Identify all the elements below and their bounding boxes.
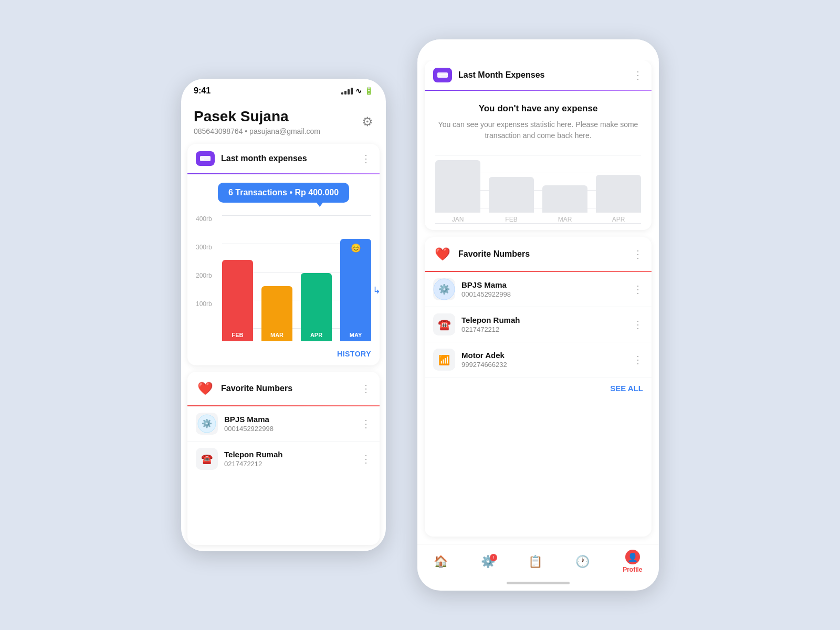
fav-item-bpjs-left[interactable]: ⚙️ BPJS Mama 0001452922998 ⋮ (187, 406, 380, 442)
fav-icon-motor-right: 📶 (433, 349, 455, 371)
smiley-icon: 😊 (351, 243, 361, 253)
nav-badge: ! (490, 554, 497, 561)
fav-card-right: ❤️ Favorite Numbers ⋮ ⚙️ BPJS Mama 00014… (425, 237, 652, 537)
nav-history[interactable]: 🕐 (575, 555, 590, 569)
more-button-right[interactable]: ⋮ (633, 69, 643, 81)
last-month-card-left: Last month expenses ⋮ 6 Transactions • R… (187, 144, 380, 365)
home-icon: 🏠 (434, 555, 448, 569)
nav-home[interactable]: 🏠 (434, 555, 448, 569)
fav-name-bpjs-right: BPJS Mama (461, 280, 626, 289)
empty-desc: You can see your expenses statistic here… (435, 119, 641, 141)
fav-icon-bpjs-left: ⚙️ (196, 413, 218, 435)
grid-line (222, 215, 371, 216)
svg-rect-9 (438, 76, 442, 77)
more-button-left[interactable]: ⋮ (361, 152, 371, 165)
y-label-100: 100rb (196, 300, 212, 308)
signal-icon (341, 88, 353, 94)
see-all-container: SEE ALL (425, 377, 652, 402)
settings-button[interactable]: ⚙ (362, 114, 373, 129)
gray-month-jan: JAN (452, 216, 464, 223)
history-link[interactable]: HISTORY (187, 345, 380, 365)
gray-bar-jan: JAN (435, 160, 480, 223)
scroll-content-right: Last Month Expenses ⋮ You don't have any… (417, 60, 659, 544)
card-icon-heart-right: ❤️ (433, 245, 452, 264)
gray-bar-apr: APR (596, 175, 641, 223)
bar-mar: MAR (261, 286, 292, 341)
card-title-right: Last Month Expenses (458, 70, 626, 80)
y-label-300: 300rb (196, 244, 212, 251)
y-axis: 400rb 300rb 200rb 100rb (196, 215, 216, 329)
y-label-400: 400rb (196, 215, 212, 223)
more-bpjs-left[interactable]: ⋮ (361, 417, 371, 430)
status-bar-right (417, 39, 659, 60)
gray-bar-mar: MAR (542, 185, 587, 223)
fav-item-bpjs-right[interactable]: ⚙️ BPJS Mama 0001452922998 ⋮ (425, 272, 652, 307)
gray-bar-feb: FEB (489, 177, 534, 223)
last-month-card-right: Last Month Expenses ⋮ You don't have any… (425, 60, 652, 230)
bar-apr: APR (301, 273, 332, 341)
fav-name-telepon-right: Telepon Rumah (461, 316, 626, 324)
fav-name-bpjs-left: BPJS Mama (224, 415, 354, 424)
gray-chart: JAN FEB MAR APR (425, 150, 652, 223)
svg-rect-2 (201, 159, 204, 160)
empty-state: You don't have any expense You can see y… (425, 91, 652, 150)
bar-group-feb: FEB (222, 260, 253, 341)
more-bpjs-right[interactable]: ⋮ (633, 283, 643, 296)
y-label-200: 200rb (196, 272, 212, 279)
fav-item-telepon-left[interactable]: ☎️ Telepon Rumah 0217472212 ⋮ (187, 442, 380, 476)
gray-month-feb: FEB (505, 216, 517, 223)
left-phone: 9:41 ∿ 🔋 Pasek Sujana 085643098764 • pas… (181, 79, 386, 551)
fav-card-header-left: ❤️ Favorite Numbers ⋮ (187, 372, 380, 405)
nav-wallet[interactable]: 📋 (528, 555, 542, 569)
more-motor-right[interactable]: ⋮ (633, 353, 643, 366)
fav-name-telepon-left: Telepon Rumah (224, 450, 354, 459)
more-button-fav-right[interactable]: ⋮ (633, 248, 643, 260)
fav-info-bpjs-right: BPJS Mama 0001452922998 (461, 280, 626, 298)
fav-info-bpjs-left: BPJS Mama 0001452922998 (224, 415, 354, 433)
gray-bar-feb-bar (489, 177, 534, 213)
fav-number-bpjs-right: 0001452922998 (461, 290, 626, 298)
card-icon-heart: ❤️ (196, 379, 215, 398)
nav-settings[interactable]: ⚙️ ! (481, 555, 495, 569)
bottom-nav: 🏠 ⚙️ ! 📋 🕐 👤 Profile (417, 544, 659, 578)
fav-number-bpjs-left: 0001452922998 (224, 425, 354, 433)
fav-info-motor-right: Motor Adek 999274666232 (461, 351, 626, 369)
user-info: Pasek Sujana 085643098764 • pasujana@gma… (194, 108, 320, 135)
bar-label-feb: FEB (232, 332, 244, 338)
card-icon-purple (196, 151, 215, 166)
svg-text:⚙️: ⚙️ (438, 284, 450, 295)
fav-number-telepon-left: 0217472212 (224, 460, 354, 468)
fav-icon-telepon-right: ☎️ (433, 313, 455, 335)
svg-text:⚙️: ⚙️ (202, 418, 212, 428)
more-telepon-right[interactable]: ⋮ (633, 318, 643, 331)
favorite-card-left: ❤️ Favorite Numbers ⋮ ⚙️ BPJS Mama 00014… (187, 372, 380, 545)
fav-card-title-left: Favorite Numbers (221, 384, 354, 393)
username: Pasek Sujana (194, 108, 320, 125)
user-header: Pasek Sujana 085643098764 • pasujana@gma… (181, 99, 386, 144)
gray-bar-jan-bar (435, 160, 480, 213)
svg-rect-8 (437, 74, 448, 75)
fav-item-motor-right[interactable]: 📶 Motor Adek 999274666232 ⋮ (425, 342, 652, 377)
time-left: 9:41 (194, 86, 211, 96)
bar-label-apr: APR (310, 332, 322, 338)
more-button-fav-left[interactable]: ⋮ (361, 382, 371, 395)
bar-chart: 400rb 300rb 200rb 100rb (196, 215, 371, 341)
bar-label-mar: MAR (270, 332, 284, 338)
right-arrow-icon[interactable]: ↳ (373, 285, 380, 296)
fav-card-header-right: ❤️ Favorite Numbers ⋮ (425, 237, 652, 271)
bar-may: 😊 MAY (340, 239, 371, 341)
card-header-right: Last Month Expenses ⋮ (425, 60, 652, 90)
fav-item-telepon-right[interactable]: ☎️ Telepon Rumah 0217472212 ⋮ (425, 307, 652, 342)
nav-profile[interactable]: 👤 Profile (623, 550, 642, 573)
more-telepon-left[interactable]: ⋮ (361, 453, 371, 465)
profile-avatar: 👤 (625, 550, 640, 564)
home-indicator (507, 582, 570, 584)
card-icon-purple-right (433, 68, 452, 82)
see-all-button[interactable]: SEE ALL (610, 384, 643, 393)
svg-rect-1 (200, 158, 211, 159)
bar-group-apr: APR (301, 273, 332, 341)
chart-bottom-line (435, 223, 641, 224)
fav-icon-bpjs-right: ⚙️ (433, 278, 455, 300)
battery-icon: 🔋 (364, 87, 373, 95)
chart-area: 6 Transactions • Rp 400.000 400rb 300rb … (187, 174, 380, 345)
